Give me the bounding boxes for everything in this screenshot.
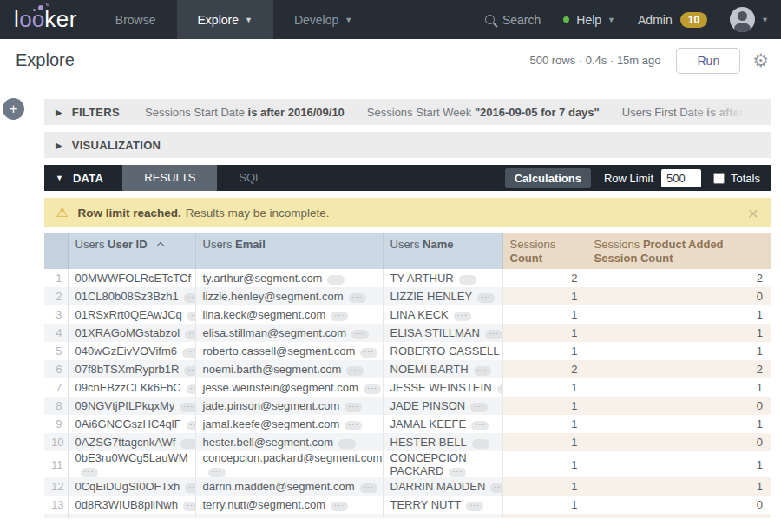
filter-item[interactable]: Sessions Start Date is after 2016/09/10 [145, 106, 345, 119]
cell-menu-icon[interactable]: ··· [327, 275, 345, 285]
cell-sessions-count[interactable]: 1 [502, 451, 587, 477]
cell-product-added-count[interactable]: 0 [587, 496, 771, 514]
cell-sessions-count[interactable]: 1 [502, 415, 587, 433]
cell-sessions-count[interactable]: 1 [502, 477, 587, 496]
cell-sessions-count[interactable]: 2 [502, 269, 587, 287]
cell-menu-icon[interactable]: ··· [490, 483, 502, 493]
cell-menu-icon[interactable]: ··· [454, 312, 471, 321]
cell-name[interactable]: ELISA STILLMAN··· [383, 324, 502, 342]
cell-menu-icon[interactable]: ··· [208, 468, 226, 477]
cell-menu-icon[interactable]: ··· [485, 330, 502, 339]
cell-product-added-count[interactable]: 1 [587, 305, 771, 324]
cell-product-added-count[interactable]: 0 [587, 287, 771, 305]
cell-product-added-count[interactable]: 1 [587, 415, 771, 433]
data-section-toggle[interactable]: ▼ DATA [44, 172, 122, 185]
cell-email[interactable]: jamal.keefe@segment.com··· [195, 415, 383, 433]
cell-email[interactable]: noemi.barth@segment.com··· [195, 360, 383, 378]
cell-sessions-count[interactable]: 1 [502, 342, 587, 360]
column-header-product-added-count[interactable]: Sessions Product Added Session Count [587, 233, 771, 269]
cell-user-id[interactable]: 00MWWFOLRcETcTCf··· [68, 269, 195, 287]
cell-sessions-count[interactable]: 1 [502, 397, 587, 415]
cell-product-added-count[interactable]: 0 [587, 397, 771, 415]
cell-menu-icon[interactable]: ··· [180, 403, 195, 412]
cell-sessions-count[interactable]: 1 [502, 305, 587, 324]
cell-name[interactable]: ROBERTO CASSELL··· [383, 342, 502, 360]
cell-menu-icon[interactable]: ··· [184, 366, 195, 376]
cell-product-added-count[interactable]: 0 [587, 433, 771, 451]
cell-user-id[interactable]: 01XRAGoMGstabzol··· [68, 324, 195, 342]
cell-user-id[interactable]: 040wGzEivVOVifm6··· [68, 342, 195, 360]
cell-email[interactable]: ty.arthur@segment.com··· [195, 269, 383, 287]
nav-item-browse[interactable]: Browse [95, 0, 177, 39]
cell-menu-icon[interactable]: ··· [345, 421, 362, 430]
cell-email[interactable]: hester.bell@segment.com··· [195, 433, 383, 451]
cell-menu-icon[interactable]: ··· [477, 293, 495, 303]
cell-menu-icon[interactable]: ··· [472, 439, 489, 449]
cell-product-added-count[interactable]: 1 [587, 324, 771, 342]
visualization-section-bar[interactable]: ▶ VISUALIZATION [44, 132, 771, 158]
cell-product-added-count[interactable]: 2 [587, 360, 771, 378]
cell-email[interactable]: elisa.stillman@segment.com··· [195, 324, 383, 342]
cell-name[interactable]: TY ARTHUR··· [383, 269, 502, 287]
cell-product-added-count[interactable]: 1 [587, 378, 771, 397]
cell-email[interactable]: lizzie.henley@segment.com··· [195, 287, 383, 305]
help-menu[interactable]: Help ▼ [563, 13, 615, 27]
cell-sessions-count[interactable]: 1 [502, 378, 587, 397]
filter-item[interactable]: Sessions Start Week "2016-09-05 for 7 da… [367, 106, 600, 119]
cell-menu-icon[interactable]: ··· [331, 312, 348, 321]
filters-section-bar[interactable]: ▶ FILTERS Sessions Start Date is after 2… [44, 99, 771, 125]
cell-menu-icon[interactable]: ··· [184, 293, 195, 303]
cell-sessions-count[interactable]: 1 [502, 324, 587, 342]
tab-sql[interactable]: SQL [217, 165, 283, 191]
cell-menu-icon[interactable]: ··· [364, 384, 381, 394]
cell-menu-icon[interactable]: ··· [360, 348, 377, 358]
cell-product-added-count[interactable]: 2 [587, 269, 771, 287]
cell-menu-icon[interactable]: ··· [187, 421, 195, 430]
cell-sessions-count[interactable]: 1 [502, 496, 587, 514]
cell-menu-icon[interactable]: ··· [180, 439, 195, 449]
nav-item-develop[interactable]: Develop ▼ [273, 0, 373, 39]
add-field-button[interactable]: + [3, 98, 24, 120]
cell-user-id[interactable]: 01CL80b08Sz3Bzh1··· [68, 287, 195, 305]
column-header-user-id[interactable]: Users User ID [68, 233, 195, 269]
cell-product-added-count[interactable]: 1 [587, 451, 771, 477]
cell-menu-icon[interactable]: ··· [466, 502, 483, 511]
admin-menu[interactable]: Admin 10 [638, 12, 707, 28]
cell-name[interactable]: JESSE WEINSTEIN··· [383, 378, 502, 397]
cell-menu-icon[interactable]: ··· [497, 384, 502, 394]
cell-menu-icon[interactable]: ··· [185, 483, 195, 493]
cell-name[interactable]: DARRIN MADDEN··· [383, 477, 502, 496]
cell-menu-icon[interactable]: ··· [470, 403, 488, 412]
cell-product-added-count[interactable]: 1 [587, 477, 771, 496]
cell-menu-icon[interactable]: ··· [449, 468, 466, 477]
cell-menu-icon[interactable]: ··· [187, 312, 195, 321]
search-button[interactable]: Search [485, 13, 541, 27]
cell-menu-icon[interactable]: ··· [331, 502, 348, 511]
cell-user-id[interactable]: 01RSxRrt0QEAwJCq··· [68, 305, 195, 324]
cell-user-id[interactable]: 09NGVtjPfLPkqxMy··· [68, 397, 195, 415]
cell-menu-icon[interactable]: ··· [471, 421, 489, 430]
cell-menu-icon[interactable]: ··· [474, 366, 491, 376]
cell-user-id[interactable]: 09cnEBzzCLKk6FbC··· [68, 378, 195, 397]
cell-menu-icon[interactable]: ··· [345, 403, 362, 412]
cell-menu-icon[interactable]: ··· [185, 330, 195, 339]
cell-menu-icon[interactable]: ··· [459, 275, 476, 285]
cell-email[interactable]: darrin.madden@segment.com··· [195, 477, 383, 496]
cell-name[interactable]: NOEMI BARTH··· [383, 360, 502, 378]
nav-item-explore[interactable]: Explore ▼ [177, 0, 273, 39]
cell-email[interactable]: lina.keck@segment.com··· [195, 305, 383, 324]
cell-user-id[interactable]: 0CqEiDUgSI0OFTxh··· [68, 477, 195, 496]
cell-email[interactable]: jesse.weinstein@segment.com··· [195, 378, 383, 397]
looker-logo[interactable]: looker [0, 0, 95, 39]
cell-sessions-count[interactable]: 1 [502, 433, 587, 451]
cell-name[interactable]: LINA KECK··· [383, 305, 502, 324]
cell-email[interactable]: jade.pinson@segment.com··· [195, 397, 383, 415]
cell-email[interactable]: terry.nutt@segment.com··· [195, 496, 383, 514]
cell-menu-icon[interactable]: ··· [346, 366, 364, 376]
cell-user-id[interactable]: 0Ai6GNCGszHC4qlF··· [68, 415, 195, 433]
cell-user-id[interactable]: 07f8bTSXmRyprb1R··· [68, 360, 195, 378]
column-header-email[interactable]: Users Email [195, 233, 383, 269]
cell-user-id[interactable]: 0d8R3WIUB8pllNwh··· [68, 496, 195, 514]
cell-menu-icon[interactable]: ··· [349, 293, 366, 303]
cell-name[interactable]: CONCEPCION PACKARD··· [383, 451, 502, 477]
